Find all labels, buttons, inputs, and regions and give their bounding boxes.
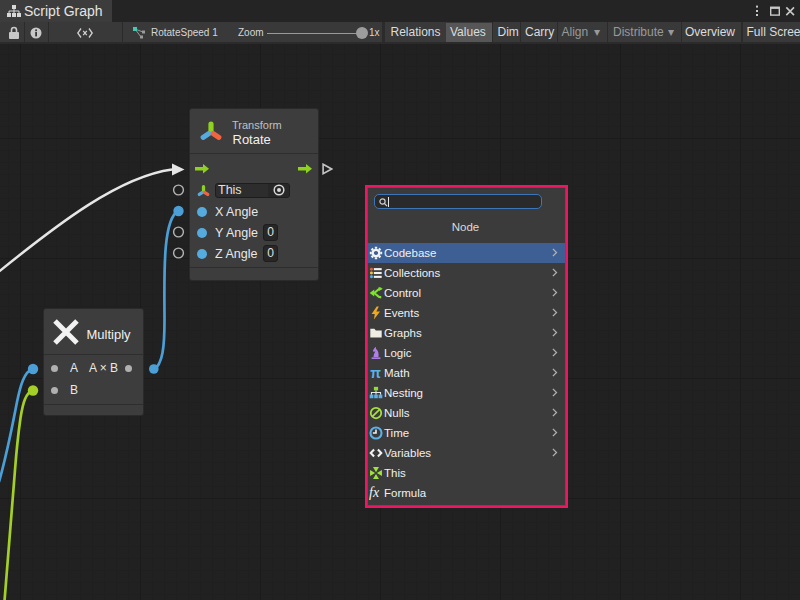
svg-text:fx: fx	[369, 486, 380, 500]
svg-text:π: π	[370, 366, 381, 380]
